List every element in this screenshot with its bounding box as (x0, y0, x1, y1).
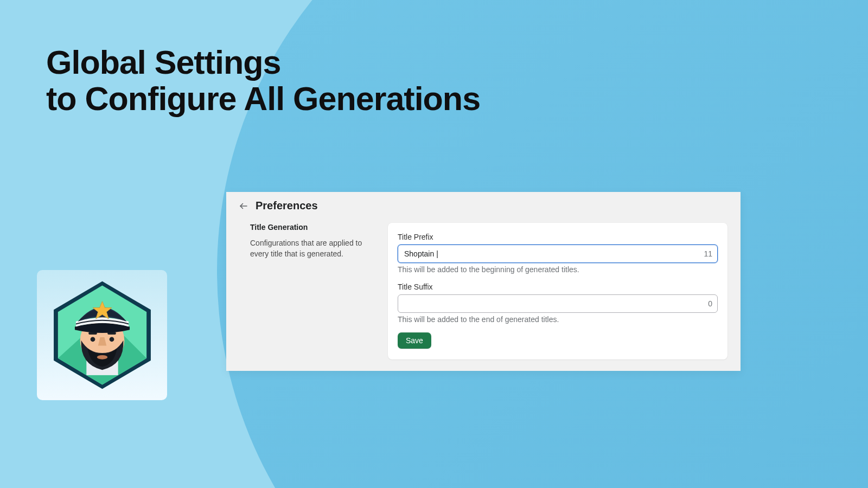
preferences-panel: Preferences Title Generation Configurati… (226, 192, 741, 371)
title-prefix-help: This will be added to the beginning of g… (398, 265, 718, 274)
save-button[interactable]: Save (398, 332, 431, 349)
hero-line-1: Global Settings (46, 44, 480, 81)
hero-heading: Global Settings to Configure All Generat… (46, 44, 480, 117)
title-prefix-input[interactable] (398, 245, 718, 263)
preferences-title: Preferences (256, 200, 318, 212)
title-suffix-count: 0 (708, 299, 712, 308)
preferences-header: Preferences (226, 192, 741, 217)
brand-logo-tile (37, 270, 167, 400)
preferences-body: Title Generation Configurations that are… (226, 217, 741, 373)
section-heading: Title Generation (250, 223, 375, 232)
title-prefix-input-wrap: 11 (398, 245, 718, 263)
svg-point-8 (90, 337, 95, 342)
svg-point-5 (97, 355, 107, 359)
title-prefix-label: Title Prefix (398, 233, 718, 241)
back-arrow-icon[interactable] (238, 201, 249, 211)
title-suffix-input[interactable] (398, 294, 718, 313)
section-meta: Title Generation Configurations that are… (250, 223, 375, 359)
captain-avatar-icon (49, 278, 155, 392)
title-suffix-help: This will be added to the end of generat… (398, 315, 718, 324)
title-suffix-input-wrap: 0 (398, 294, 718, 313)
title-suffix-label: Title Suffix (398, 282, 718, 291)
section-description: Configurations that are applied to every… (250, 238, 375, 259)
svg-point-9 (109, 337, 114, 342)
hero-line-2: to Configure All Generations (46, 81, 480, 117)
title-prefix-count: 11 (704, 249, 712, 258)
settings-card: Title Prefix 11 This will be added to th… (388, 223, 727, 359)
